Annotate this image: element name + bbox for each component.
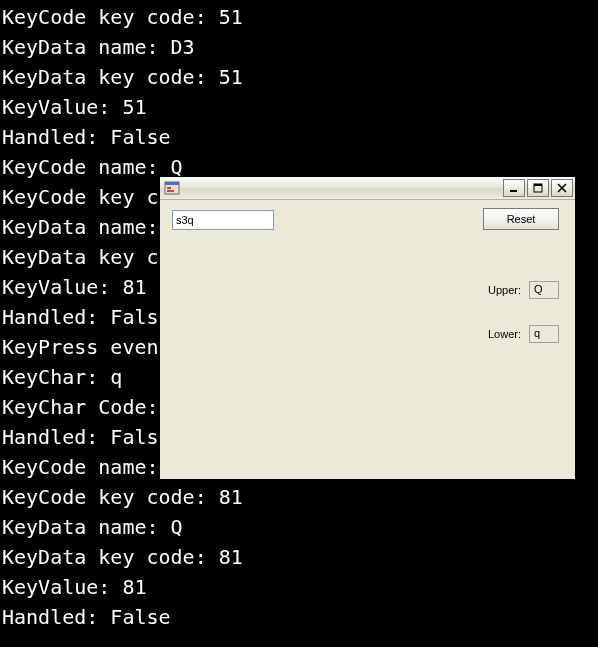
app-icon <box>164 180 180 196</box>
svg-rect-2 <box>167 187 171 189</box>
console-line: KeyValue: 51 <box>2 92 598 122</box>
app-window: Reset Upper: Lower: Q q <box>159 176 576 480</box>
client-area: Reset Upper: Lower: Q q <box>160 200 575 479</box>
console-line: Handled: False <box>2 122 598 152</box>
svg-rect-3 <box>167 190 174 192</box>
svg-rect-1 <box>165 182 179 185</box>
minimize-button[interactable] <box>503 179 525 197</box>
console-line: KeyData name: Q <box>2 512 598 542</box>
close-button[interactable] <box>551 179 573 197</box>
console-line: KeyData key code: 81 <box>2 542 598 572</box>
maximize-button[interactable] <box>527 179 549 197</box>
console-line: KeyData name: D3 <box>2 32 598 62</box>
lower-value-box: q <box>529 325 559 343</box>
upper-label: Upper: <box>488 284 521 296</box>
text-input[interactable] <box>172 210 274 230</box>
console-line: KeyCode key code: 81 <box>2 482 598 512</box>
svg-rect-6 <box>534 184 542 186</box>
titlebar[interactable] <box>160 177 575 200</box>
lower-label: Lower: <box>488 328 521 340</box>
console-line: KeyValue: 81 <box>2 572 598 602</box>
console-line: Handled: False <box>2 602 598 632</box>
reset-button[interactable]: Reset <box>483 208 559 230</box>
console-line: KeyData key code: 51 <box>2 62 598 92</box>
upper-value-box: Q <box>529 281 559 299</box>
svg-rect-4 <box>510 190 517 192</box>
console-line: KeyCode key code: 51 <box>2 2 598 32</box>
